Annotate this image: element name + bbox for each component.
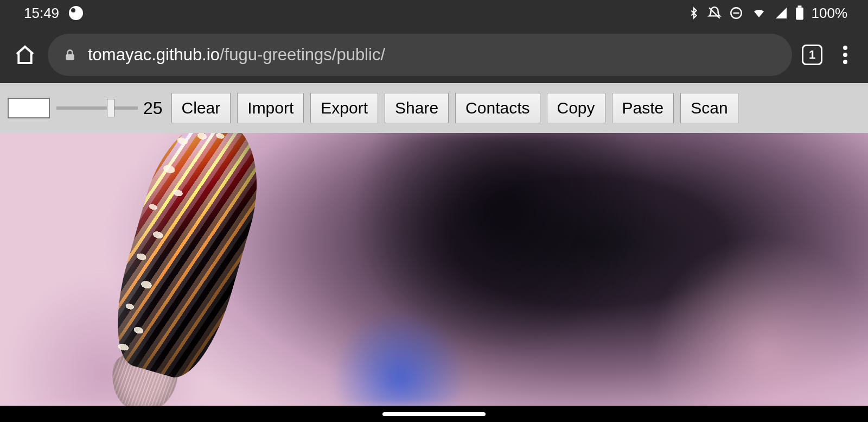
- tabs-button[interactable]: 1: [802, 45, 822, 65]
- home-button[interactable]: [12, 42, 38, 68]
- address-bar[interactable]: tomayac.github.io/fugu-greetings/public/: [48, 34, 792, 76]
- clear-button[interactable]: Clear: [171, 93, 231, 123]
- do-not-disturb-icon: [729, 6, 743, 20]
- export-button[interactable]: Export: [310, 93, 378, 123]
- paste-button[interactable]: Paste: [612, 93, 674, 123]
- import-button[interactable]: Import: [237, 93, 304, 123]
- status-time: 15:49: [24, 5, 59, 22]
- url-text: tomayac.github.io/fugu-greetings/public/: [88, 45, 385, 65]
- brush-size-slider[interactable]: [56, 103, 138, 113]
- browser-toolbar: tomayac.github.io/fugu-greetings/public/…: [0, 26, 868, 83]
- brush-size-value: 25: [143, 98, 163, 118]
- android-status-bar: 15:49 100%: [0, 0, 868, 26]
- color-picker[interactable]: [8, 98, 50, 118]
- url-host: tomayac.github.io: [88, 45, 220, 64]
- scan-button[interactable]: Scan: [680, 93, 738, 123]
- cellular-signal-icon: [775, 7, 788, 20]
- android-gesture-bar: [0, 406, 868, 422]
- gesture-pill[interactable]: [382, 412, 486, 416]
- app-toolbar: 25 Clear Import Export Share Contacts Co…: [0, 83, 868, 133]
- share-button[interactable]: Share: [385, 93, 449, 123]
- canvas-image: [33, 133, 347, 406]
- url-path: /fugu-greetings/public/: [220, 45, 385, 64]
- notifications-off-icon: [707, 5, 722, 21]
- svg-rect-3: [66, 54, 74, 60]
- slider-thumb[interactable]: [107, 99, 114, 117]
- battery-percent: 100%: [812, 5, 848, 22]
- lock-icon: [63, 48, 77, 62]
- copy-button[interactable]: Copy: [547, 93, 605, 123]
- drawing-canvas[interactable]: [0, 133, 868, 406]
- battery-icon: [795, 5, 804, 21]
- contacts-button[interactable]: Contacts: [455, 93, 540, 123]
- svg-rect-2: [797, 5, 801, 7]
- bluetooth-icon: [688, 5, 700, 21]
- svg-rect-1: [796, 8, 803, 20]
- menu-dots-icon: [843, 46, 847, 50]
- home-icon: [14, 44, 36, 66]
- wifi-icon: [751, 7, 767, 20]
- data-saver-icon: [69, 6, 83, 20]
- tab-count: 1: [809, 48, 815, 62]
- overflow-menu-button[interactable]: [832, 42, 858, 68]
